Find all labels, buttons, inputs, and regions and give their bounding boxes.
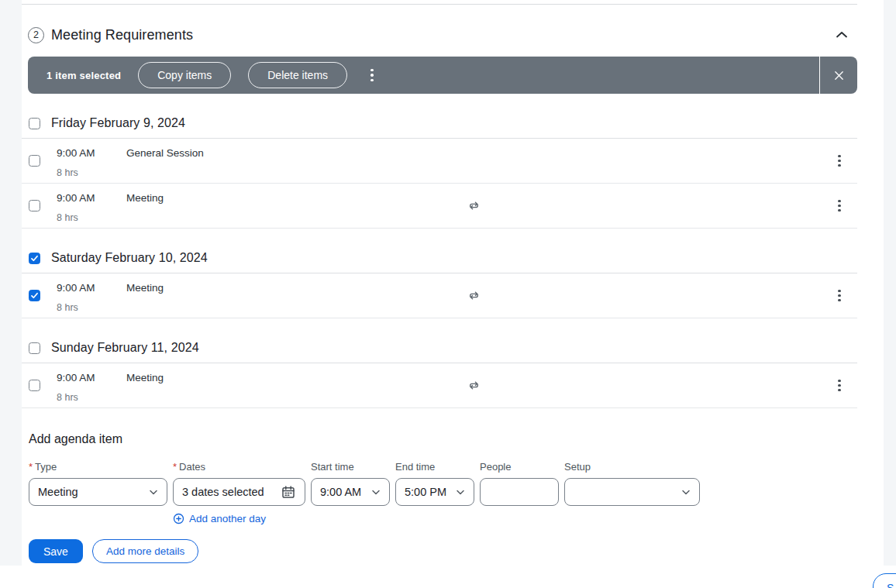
required-asterisk: * xyxy=(29,461,33,473)
close-toolbar-button[interactable] xyxy=(820,57,857,94)
dates-picker[interactable]: 3 dates selected xyxy=(173,478,305,506)
day-header-saturday: Saturday February 10, 2024 xyxy=(22,229,857,273)
people-field-group: People xyxy=(480,461,559,506)
recurrence-icon xyxy=(467,184,488,228)
toolbar-overflow-menu-button[interactable] xyxy=(364,62,380,88)
item-overflow-menu-button[interactable] xyxy=(831,150,848,173)
day-header-sunday: Sunday February 11, 2024 xyxy=(22,318,857,363)
start-time-field-group: Start time 9:00 AM xyxy=(311,461,390,506)
item-duration: 8 hrs xyxy=(57,302,126,313)
chevron-up-icon xyxy=(836,31,848,39)
calendar-icon[interactable] xyxy=(281,484,296,500)
close-icon xyxy=(833,70,845,81)
type-label: Type xyxy=(35,461,57,473)
chevron-down-icon xyxy=(456,489,465,495)
people-label: People xyxy=(480,461,511,473)
day-checkbox-saturday[interactable] xyxy=(29,253,40,264)
day-label: Friday February 9, 2024 xyxy=(51,116,185,130)
form-actions: Save Add more details xyxy=(29,539,857,563)
setup-select[interactable] xyxy=(564,478,700,506)
checkmark-icon xyxy=(30,291,39,300)
day-header-friday: Friday February 9, 2024 xyxy=(22,94,857,139)
section-title: Meeting Requirements xyxy=(51,27,193,43)
day-label: Saturday February 10, 2024 xyxy=(51,251,208,265)
type-value: Meeting xyxy=(38,486,78,498)
chevron-down-icon xyxy=(371,489,381,495)
agenda-item-row: 9:00 AM 8 hrs Meeting xyxy=(22,184,857,229)
item-overflow-menu-button[interactable] xyxy=(831,284,848,308)
dates-field-group: *Dates 3 dates selected Add another day xyxy=(173,461,305,524)
item-duration: 8 hrs xyxy=(57,392,126,403)
people-input[interactable] xyxy=(480,478,559,506)
start-time-select[interactable]: 9:00 AM xyxy=(311,478,390,506)
recurrence-icon xyxy=(467,273,488,318)
day-checkbox-sunday[interactable] xyxy=(29,342,40,354)
selected-count-label: 1 item selected xyxy=(47,70,121,81)
setup-label: Setup xyxy=(564,461,591,473)
item-checkbox[interactable] xyxy=(29,380,40,391)
agenda-item-row: 9:00 AM 8 hrs Meeting xyxy=(22,363,857,408)
dates-value: 3 dates selected xyxy=(182,486,264,498)
item-start-time: 9:00 AM xyxy=(57,372,126,383)
copy-items-button[interactable]: Copy items xyxy=(138,62,231,88)
item-start-time: 9:00 AM xyxy=(57,282,126,294)
item-title: General Session xyxy=(126,139,467,183)
day-label: Sunday February 11, 2024 xyxy=(51,341,199,355)
start-time-label: Start time xyxy=(311,461,354,473)
start-time-value: 9:00 AM xyxy=(320,486,361,498)
collapse-section-button[interactable] xyxy=(832,26,851,44)
end-time-value: 5:00 PM xyxy=(405,486,446,498)
meeting-requirements-section: 2 Meeting Requirements 1 item selected C… xyxy=(22,0,857,563)
add-another-day-label: Add another day xyxy=(189,513,266,524)
section-header: 2 Meeting Requirements xyxy=(28,26,851,44)
add-agenda-item-heading: Add agenda item xyxy=(29,432,857,446)
type-select[interactable]: Meeting xyxy=(29,478,167,506)
plus-circle-icon xyxy=(173,513,184,524)
page-margin-right xyxy=(884,0,896,566)
item-title: Meeting xyxy=(126,363,467,407)
end-time-label: End time xyxy=(395,461,435,473)
cropped-footer-button-label: S xyxy=(887,582,894,588)
end-time-field-group: End time 5:00 PM xyxy=(395,461,474,506)
item-start-time: 9:00 AM xyxy=(57,192,126,204)
item-overflow-menu-button[interactable] xyxy=(831,374,848,397)
end-time-select[interactable]: 5:00 PM xyxy=(395,478,474,506)
top-divider xyxy=(22,4,857,5)
add-another-day-link[interactable]: Add another day xyxy=(173,513,305,524)
save-button[interactable]: Save xyxy=(29,539,83,563)
item-title: Meeting xyxy=(126,184,467,228)
day-checkbox-friday[interactable] xyxy=(29,118,40,129)
recurrence-icon xyxy=(467,363,488,407)
step-number: 2 xyxy=(33,29,39,40)
page-margin-left xyxy=(0,0,22,566)
item-duration: 8 hrs xyxy=(57,212,126,223)
agenda-item-row: 9:00 AM 8 hrs Meeting xyxy=(22,273,857,318)
item-checkbox[interactable] xyxy=(29,155,40,167)
item-checkbox[interactable] xyxy=(29,290,40,301)
item-title: Meeting xyxy=(126,273,467,318)
item-start-time: 9:00 AM xyxy=(57,147,126,159)
item-checkbox[interactable] xyxy=(29,200,40,211)
checkmark-icon xyxy=(30,254,39,263)
agenda-item-row: 9:00 AM 8 hrs General Session xyxy=(22,139,857,184)
delete-items-button[interactable]: Delete items xyxy=(248,62,347,88)
item-duration: 8 hrs xyxy=(57,167,126,178)
setup-field-group: Setup xyxy=(564,461,700,506)
chevron-down-icon xyxy=(149,489,158,495)
add-more-details-button[interactable]: Add more details xyxy=(92,539,198,563)
kebab-icon xyxy=(370,69,374,82)
type-field-group: *Type Meeting xyxy=(29,461,167,506)
chevron-down-icon xyxy=(681,489,691,495)
bulk-actions-toolbar: 1 item selected Copy items Delete items xyxy=(28,57,857,94)
step-number-badge: 2 xyxy=(28,27,44,43)
dates-label: Dates xyxy=(179,461,205,473)
item-overflow-menu-button[interactable] xyxy=(831,194,848,218)
required-asterisk: * xyxy=(173,461,177,473)
cropped-footer-button[interactable]: S xyxy=(873,573,896,588)
agenda-item-form: *Type Meeting *Dates 3 dates selected Ad… xyxy=(29,461,857,524)
